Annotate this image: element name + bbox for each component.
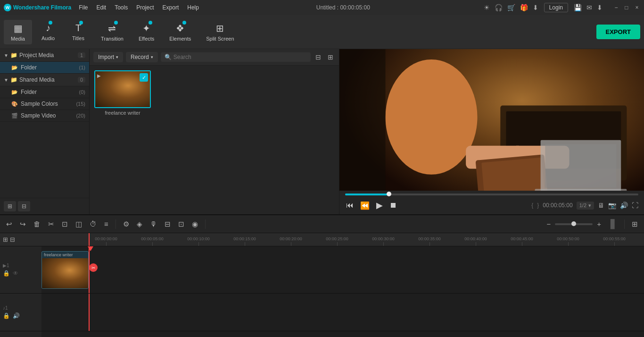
toolbar-item-effects[interactable]: ✦ Effects (132, 20, 161, 44)
frame-back-button[interactable]: ⏪ (359, 200, 371, 211)
adjust-button[interactable]: ≡ (102, 219, 111, 229)
sample-video-item[interactable]: 🎬 Sample Video (20) (0, 110, 89, 122)
split-button[interactable]: ◫ (73, 219, 84, 230)
menu-project[interactable]: Project (132, 3, 157, 12)
progress-bar-container[interactable] (345, 194, 638, 195)
import-button[interactable]: Import ▾ (93, 52, 123, 62)
lock-icon[interactable]: 🔒 (3, 270, 10, 277)
audio-lock-icon[interactable]: 🔒 (3, 312, 10, 319)
camera-icon[interactable]: 📷 (608, 202, 616, 209)
eye-icon[interactable]: 👁 (13, 270, 18, 277)
filter-button[interactable]: ⊟ (314, 52, 323, 62)
effect-button[interactable]: ◉ (190, 219, 200, 230)
search-input[interactable] (173, 54, 307, 60)
sample-video-count: (20) (76, 113, 85, 118)
audio-track-row[interactable] (41, 294, 644, 331)
delete-button[interactable]: 🗑 (31, 219, 43, 229)
speed-button[interactable]: ⏱ (87, 219, 99, 229)
export-button[interactable]: EXPORT (596, 25, 640, 39)
record-label: Record (131, 54, 149, 60)
add-track-button[interactable]: ⊞ (3, 236, 8, 243)
search-box[interactable]: 🔍 (161, 52, 311, 62)
minimize-button[interactable]: − (613, 4, 619, 11)
stop-button[interactable]: ⏹ (388, 200, 398, 211)
zoom-out-button[interactable]: − (544, 219, 553, 229)
titlebar-icons: ☀ 🎧 🛒 🎁 ⬇ (484, 4, 538, 11)
window-controls[interactable]: − □ × (613, 4, 640, 11)
gift-icon[interactable]: 🎁 (520, 4, 528, 11)
menu-tools[interactable]: Tools (111, 3, 132, 12)
fullscreen-icon[interactable]: ⛶ (632, 202, 638, 209)
video-clip[interactable]: freelance writer (41, 251, 89, 289)
ruler-mark-9: 00:00:45:00 (499, 236, 545, 246)
zoom-control: − + (544, 219, 603, 229)
toolbar-item-media[interactable]: ▦ Media (4, 20, 32, 44)
zoom-in-button[interactable]: + (594, 219, 603, 229)
toolbar-item-transition[interactable]: ⇌ Transition (94, 20, 130, 44)
bracket-right: } (537, 202, 539, 209)
timeline-ruler[interactable]: 00:00:00:00 00:00:05:00 00:00:10:00 00:0… (41, 233, 644, 246)
expand-timeline-button[interactable]: ▋ (608, 218, 619, 231)
menu-export[interactable]: Export (159, 3, 183, 12)
titles-icon: T (75, 23, 81, 34)
audio-volume-icon[interactable]: 🔊 (13, 312, 20, 319)
progress-handle[interactable] (387, 192, 391, 196)
maximize-button[interactable]: □ (623, 4, 630, 11)
progress-bar[interactable] (345, 194, 638, 195)
volume-icon[interactable]: 🔊 (620, 202, 628, 209)
shared-media-folder[interactable]: 📂 Folder (0) (0, 86, 89, 98)
ruler-mark-3: 00:00:15:00 (222, 236, 268, 246)
bracket-left: { (531, 202, 533, 209)
grid-view-button[interactable]: ⊞ (326, 52, 335, 62)
crop-button[interactable]: ⊡ (59, 219, 70, 230)
audio-effect-button[interactable]: 🎙 (148, 219, 159, 229)
download2-icon[interactable]: ⬇ (597, 4, 603, 11)
sun-icon[interactable]: ☀ (484, 4, 490, 11)
record-button[interactable]: Record ▾ (126, 52, 158, 62)
project-media-header[interactable]: ▼ 📁 Project Media 1 (0, 49, 89, 62)
add-track2-button[interactable]: ⊟ (10, 236, 15, 243)
remove-bg-button[interactable]: ⊟ (162, 219, 173, 230)
menu-edit[interactable]: Edit (92, 3, 110, 12)
toolbar-item-split-screen[interactable]: ⊞ Split Screen (199, 20, 240, 44)
skip-back-button[interactable]: ⏮ (345, 200, 355, 211)
headphone-icon[interactable]: 🎧 (495, 4, 503, 11)
close-button[interactable]: × (634, 4, 640, 11)
mail-icon[interactable]: ✉ (586, 4, 592, 11)
shared-media-section: ▼ 📁 Shared Media 0 📂 Folder (0) 🎨 Sample… (0, 74, 89, 122)
cut-button[interactable]: ✂ (46, 219, 57, 230)
download-icon[interactable]: ⬇ (533, 4, 538, 11)
page-indicator[interactable]: 1/2 ▾ (577, 202, 594, 210)
video-track-row[interactable]: freelance writer ✂ (41, 246, 644, 294)
subtitle-button[interactable]: ⊡ (176, 219, 187, 230)
media-thumb[interactable]: ▶ ✓ (94, 70, 151, 108)
menu-bar[interactable]: File Edit Tools Project Export Help (75, 3, 203, 12)
toolbar-item-titles[interactable]: T Titles (64, 20, 92, 44)
delete-folder-button[interactable]: ⊟ (18, 201, 30, 211)
stabilize-button[interactable]: ◈ (134, 219, 145, 230)
project-media-count: 1 (78, 52, 85, 58)
list-item[interactable]: ▶ ✓ freelance writer (94, 70, 151, 116)
toolbar-item-audio[interactable]: ♪ Audio (34, 20, 62, 44)
monitor-icon[interactable]: 🖥 (598, 202, 604, 209)
add-marker-button[interactable]: ⊞ (629, 219, 640, 230)
project-media-folder[interactable]: 📂 Folder (1) (0, 62, 89, 74)
sample-colors-item[interactable]: 🎨 Sample Colors (15) (0, 98, 89, 110)
toolbar-item-elements[interactable]: ❖ Elements (163, 20, 198, 44)
login-button[interactable]: Login (544, 3, 568, 12)
zoom-slider[interactable] (555, 223, 593, 225)
redo-button[interactable]: ↪ (17, 219, 28, 230)
audio-track-icons: 🔒 🔊 (3, 312, 20, 319)
ruler-mark-5: 00:00:25:00 (314, 236, 360, 246)
shared-media-header[interactable]: ▼ 📁 Shared Media 0 (0, 74, 89, 86)
play-button[interactable]: ▶ (375, 199, 384, 211)
color-button[interactable]: ⚙ (121, 219, 132, 230)
menu-file[interactable]: File (75, 3, 91, 12)
cart-icon[interactable]: 🛒 (507, 4, 515, 11)
new-folder-button[interactable]: ⊞ (4, 201, 16, 211)
save-icon[interactable]: 💾 (574, 4, 582, 11)
menu-help[interactable]: Help (183, 3, 203, 12)
titles-label: Titles (72, 35, 84, 41)
ruler-mark-7: 00:00:35:00 (406, 236, 453, 246)
undo-button[interactable]: ↩ (4, 219, 15, 230)
